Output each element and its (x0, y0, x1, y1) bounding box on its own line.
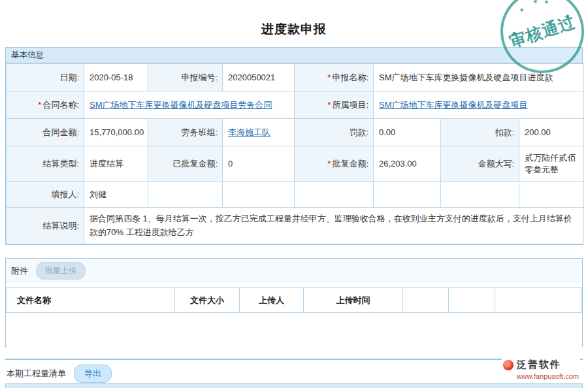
labor-team-cell: 李海施工队 (223, 119, 295, 146)
col-file-name: 文件名称 (7, 288, 175, 313)
required-marker: * (38, 100, 41, 110)
contract-name-link[interactable]: SM广场地下车库更换摄像机及硬盘项目劳务合同 (90, 100, 272, 110)
basic-info-title: 基本信息 (11, 50, 44, 59)
batch-upload-button[interactable]: 批量上传 (36, 262, 86, 280)
empty-cell (441, 182, 519, 208)
empty-cell (148, 182, 223, 208)
filler-value: 刘健 (84, 182, 148, 208)
fanpu-watermark: 泛普软件 www.fanpusoft.com (502, 358, 580, 381)
note-label: 结算说明: (7, 208, 84, 244)
approved-done-value: 0 (223, 146, 295, 182)
attachments-table: 文件名称 文件大小 上传人 上传时间 (6, 287, 582, 347)
contract-name-label: *合同名称: (7, 91, 84, 119)
basic-info-section: 基本信息 日期: 2020-05-18 申报编号: 2020050021 *申报… (5, 47, 583, 245)
stamp-star-icon: ★ (543, 0, 550, 6)
attachments-section: 附件 批量上传 文件名称 文件大小 上传人 上传时间 (5, 258, 583, 347)
project-link[interactable]: SM广场地下车库更换摄像机及硬盘项目 (379, 100, 528, 110)
attachments-title: 附件 (11, 265, 28, 277)
table-row: *合同名称: SM广场地下车库更换摄像机及硬盘项目劳务合同 *所属项目: SM广… (7, 91, 584, 119)
contract-name-cell: SM广场地下车库更换摄像机及硬盘项目劳务合同 (84, 91, 295, 119)
brand-name: 泛普软件 (517, 359, 561, 371)
filler-label: 填报人: (7, 182, 84, 208)
labor-team-link[interactable]: 李海施工队 (228, 127, 270, 137)
required-marker: * (327, 159, 331, 169)
empty-cell (223, 182, 295, 208)
required-marker: * (327, 73, 331, 82)
date-label: 日期: (7, 64, 84, 91)
labor-team-label: 劳务班组: (148, 119, 223, 146)
contract-name-label-text: 合同名称: (42, 100, 79, 110)
approved-amount-label: *批复金额: (295, 146, 374, 182)
col-uploader: 上传人 (240, 288, 304, 313)
decl-no-value: 2020050021 (223, 64, 295, 91)
attachments-header: 附件 批量上传 (6, 259, 582, 283)
empty-cell (374, 182, 441, 208)
settlement-type-label: 结算类型: (7, 146, 84, 182)
decl-name-label: *申报名称: (295, 64, 374, 91)
attachments-empty-area (7, 313, 582, 347)
fanpu-logo-icon (503, 360, 514, 370)
stamp-star-icon: ★ (518, 6, 525, 14)
required-marker: * (327, 100, 331, 110)
col-empty (403, 288, 449, 313)
project-label: *所属项目: (295, 91, 374, 119)
note-value: 据合同第四条 1、每月结算一次，按乙方已完成工程量并经甲方、监理验收合格，在收到… (84, 208, 584, 244)
empty-cell (295, 182, 374, 208)
deduction-label: 扣款: (441, 119, 519, 146)
table-row: 合同金额: 15,770,000.00 劳务班组: 李海施工队 罚款: 0.00… (7, 119, 584, 146)
amount-words-value: 贰万陆仟贰佰零叁元整 (519, 146, 584, 182)
boq-section: 本期工程量清单 导出 (5, 359, 583, 383)
table-row: 日期: 2020-05-18 申报编号: 2020050021 *申报名称: S… (7, 64, 584, 91)
basic-info-table: 日期: 2020-05-18 申报编号: 2020050021 *申报名称: S… (6, 63, 584, 244)
approved-done-label: 已批复金额: (148, 146, 223, 182)
deduction-value: 200.00 (519, 119, 584, 146)
penalty-label: 罚款: (295, 119, 374, 146)
project-cell: SM广场地下车库更换摄像机及硬盘项目 (374, 91, 584, 119)
approved-amount-value: 26,203.00 (374, 146, 441, 182)
attachments-header-row: 文件名称 文件大小 上传人 上传时间 (7, 288, 582, 313)
col-file-size: 文件大小 (175, 288, 240, 313)
col-empty (449, 288, 495, 313)
amount-words-label: 金额大写: (441, 146, 519, 182)
boq-title: 本期工程量清单 (5, 368, 66, 380)
settlement-type-value: 进度结算 (84, 146, 148, 182)
date-value: 2020-05-18 (84, 64, 148, 91)
empty-cell (519, 182, 584, 208)
col-upload-time: 上传时间 (304, 288, 403, 313)
export-button[interactable]: 导出 (74, 364, 112, 383)
contract-amount-value: 15,770,000.00 (84, 119, 148, 146)
contract-amount-label: 合同金额: (7, 119, 84, 146)
brand-row: 泛普软件 (503, 359, 579, 371)
decl-name-label-text: 申报名称: (332, 73, 368, 82)
project-label-text: 所属项目: (332, 100, 368, 110)
decl-no-label: 申报编号: (148, 64, 223, 91)
stamp-star-icon: ★ (532, 0, 539, 5)
basic-info-header: 基本信息 (6, 48, 582, 63)
col-empty (495, 288, 582, 313)
table-row: 结算类型: 进度结算 已批复金额: 0 *批复金额: 26,203.00 金额大… (7, 146, 584, 182)
attachments-empty-row (7, 313, 582, 347)
penalty-value: 0.00 (374, 119, 441, 146)
boq-table-header-partial (5, 383, 583, 388)
approved-amount-label-text: 批复金额: (332, 159, 368, 169)
table-row: 结算说明: 据合同第四条 1、每月结算一次，按乙方已完成工程量并经甲方、监理验收… (7, 208, 584, 244)
brand-url: www.fanpusoft.com (503, 372, 579, 380)
table-row: 填报人: 刘健 (7, 182, 584, 208)
